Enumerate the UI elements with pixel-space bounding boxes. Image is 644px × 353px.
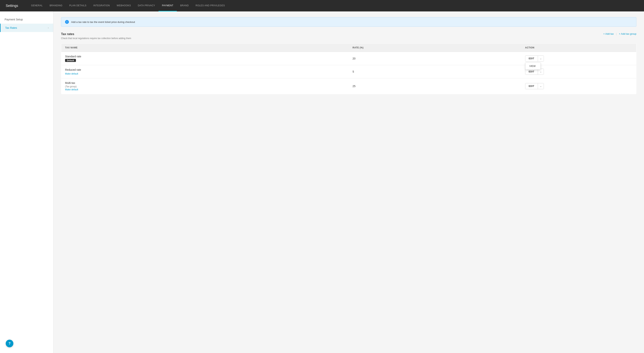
tab-webhooks[interactable]: WEBHOOKS bbox=[113, 0, 134, 11]
info-banner: i Add a tax rate to tax the event ticket… bbox=[61, 17, 636, 27]
tax-name-cell: Reduced rate Make default bbox=[61, 65, 349, 78]
sidebar-item-tax-rates[interactable]: Tax Rates › bbox=[0, 24, 53, 32]
section-title: Tax rates bbox=[61, 32, 74, 36]
info-icon: i bbox=[65, 20, 69, 24]
edit-button[interactable]: EDIT bbox=[525, 56, 538, 61]
tab-plan-details[interactable]: PLAN DETAILS bbox=[66, 0, 90, 11]
edit-button[interactable]: EDIT bbox=[525, 69, 538, 74]
edit-btn-group: EDIT ⌄ VIEW bbox=[525, 55, 544, 61]
tab-roles-privileges[interactable]: ROLES AND PRIVILEGES bbox=[192, 0, 228, 11]
col-header-action: ACTION bbox=[521, 44, 636, 52]
dropdown-view-item[interactable]: VIEW bbox=[526, 63, 540, 69]
sidebar-item-label: Payment Setup bbox=[4, 18, 23, 21]
tax-group-label: (Tax group) bbox=[65, 85, 345, 88]
tax-name-label: Reduced rate bbox=[65, 68, 345, 71]
rate-value: 20 bbox=[352, 57, 356, 60]
action-cell: EDIT ⌄ bbox=[521, 78, 636, 94]
tab-general[interactable]: GENERAL bbox=[28, 0, 46, 11]
edit-btn-group: EDIT ⌄ bbox=[525, 69, 544, 75]
tax-table: TAX NAME RATE (%) ACTION Standard rate D… bbox=[61, 43, 636, 94]
add-tax-group-link[interactable]: + Add tax group bbox=[619, 32, 636, 35]
dropdown-toggle-button[interactable]: ⌄ bbox=[538, 83, 544, 89]
action-separator: | bbox=[616, 32, 616, 35]
tax-name-label: Standard rate bbox=[65, 55, 345, 58]
tax-name-label: Multi-tax bbox=[65, 81, 345, 84]
tax-name-cell: Standard rate Default bbox=[61, 52, 349, 65]
sidebar: Payment Setup Tax Rates › bbox=[0, 11, 54, 353]
sidebar-item-label: Tax Rates bbox=[5, 26, 17, 29]
tab-integration[interactable]: INTEGRATION bbox=[90, 0, 113, 11]
section-actions: + Add tax | + Add tax group bbox=[603, 32, 636, 35]
edit-btn-group: EDIT ⌄ bbox=[525, 83, 544, 89]
rate-cell: 20 bbox=[349, 52, 521, 65]
help-icon: ? bbox=[8, 342, 11, 346]
dropdown-toggle-button[interactable]: ⌄ bbox=[538, 69, 544, 74]
table-header-row: TAX NAME RATE (%) ACTION bbox=[61, 44, 636, 52]
action-cell: EDIT ⌄ VIEW bbox=[521, 52, 636, 65]
table-body: Standard rate Default 20 EDIT ⌄ VIEW bbox=[61, 52, 636, 94]
help-button[interactable]: ? bbox=[6, 340, 13, 347]
rate-cell: 25 bbox=[349, 78, 521, 94]
default-badge: Default bbox=[65, 59, 76, 62]
banner-text: Add a tax rate to tax the event ticket p… bbox=[71, 20, 135, 23]
rate-value: 25 bbox=[352, 85, 356, 88]
tab-brand[interactable]: BRAND bbox=[177, 0, 192, 11]
table-row: Standard rate Default 20 EDIT ⌄ VIEW bbox=[61, 52, 636, 65]
tab-data-privacy[interactable]: DATA PRIVACY bbox=[134, 0, 158, 11]
dropdown-toggle-button[interactable]: ⌄ bbox=[538, 56, 544, 61]
rate-value: 5 bbox=[352, 70, 354, 73]
table-row: Reduced rate Make default 5 EDIT ⌄ bbox=[61, 65, 636, 78]
edit-button[interactable]: EDIT bbox=[525, 83, 538, 89]
col-header-rate: RATE (%) bbox=[349, 44, 521, 52]
make-default-link[interactable]: Make default bbox=[65, 72, 78, 75]
section-title-group: Tax rates bbox=[61, 32, 74, 36]
sidebar-item-payment-setup[interactable]: Payment Setup bbox=[0, 15, 53, 24]
main-content: i Add a tax rate to tax the event ticket… bbox=[54, 11, 644, 353]
table-head: TAX NAME RATE (%) ACTION bbox=[61, 44, 636, 52]
app-title: Settings bbox=[6, 4, 18, 8]
tab-payment[interactable]: PAYMENT bbox=[158, 0, 177, 11]
section-header: Tax rates + Add tax | + Add tax group bbox=[61, 32, 636, 36]
dropdown-menu: VIEW bbox=[525, 62, 540, 69]
nav-tabs: GENERAL BRANDING PLAN DETAILS INTEGRATIO… bbox=[28, 0, 228, 11]
tab-branding[interactable]: BRANDING bbox=[46, 0, 66, 11]
section-subtitle: Check that local regulations require tax… bbox=[61, 37, 636, 40]
chevron-right-icon: › bbox=[48, 26, 49, 29]
make-default-link[interactable]: Make default bbox=[65, 88, 78, 91]
add-tax-link[interactable]: + Add tax bbox=[603, 32, 614, 35]
layout: Payment Setup Tax Rates › i Add a tax ra… bbox=[0, 11, 644, 353]
col-header-tax-name: TAX NAME bbox=[61, 44, 349, 52]
tax-name-cell: Multi-tax (Tax group) Make default bbox=[61, 78, 349, 94]
top-nav: Settings GENERAL BRANDING PLAN DETAILS I… bbox=[0, 0, 644, 11]
table-row: Multi-tax (Tax group) Make default 25 ED… bbox=[61, 78, 636, 94]
rate-cell: 5 bbox=[349, 65, 521, 78]
